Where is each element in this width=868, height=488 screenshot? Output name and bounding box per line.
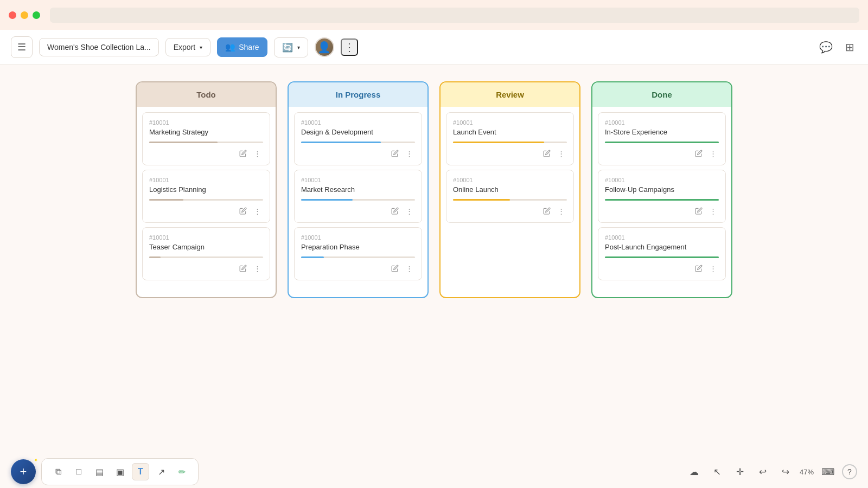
task-edit-button[interactable]	[237, 147, 249, 159]
redo-icon[interactable]: ↪	[777, 463, 794, 480]
text-tool-button[interactable]: T	[132, 463, 149, 480]
marker-tool-button[interactable]: ✏	[173, 463, 190, 480]
undo-icon[interactable]: ↩	[754, 463, 771, 480]
task-card[interactable]: #10001Launch Event⋮	[446, 112, 574, 165]
column-body-todo: #10001Marketing Strategy⋮#10001Logistics…	[137, 107, 276, 297]
task-more-button[interactable]: ⋮	[403, 205, 415, 217]
browser-url-bar[interactable]	[50, 8, 859, 23]
task-id: #10001	[453, 119, 567, 126]
task-progress-bar	[301, 199, 415, 201]
arrow-tool-button[interactable]: ↗	[152, 463, 170, 480]
avatar-photo: 👤	[317, 41, 331, 54]
task-edit-button[interactable]	[389, 205, 401, 217]
rectangle-tool-button[interactable]: □	[70, 463, 87, 480]
task-progress-fill	[453, 142, 544, 143]
task-edit-button[interactable]	[389, 147, 401, 159]
browser-dot-green[interactable]	[33, 11, 40, 19]
export-caret-icon: ▾	[200, 44, 202, 50]
menu-button[interactable]: ☰	[11, 36, 33, 58]
task-progress-fill	[605, 142, 719, 143]
task-name: Launch Event	[453, 128, 567, 136]
task-card[interactable]: #10001In-Store Experience⋮	[598, 112, 726, 165]
task-more-button[interactable]: ⋮	[707, 262, 719, 274]
task-card[interactable]: #10001Post-Launch Engagement⋮	[598, 227, 726, 280]
task-more-button[interactable]: ⋮	[555, 147, 567, 159]
task-progress-bar	[149, 142, 263, 143]
project-title[interactable]: Women's Shoe Collection La...	[39, 38, 159, 56]
task-id: #10001	[605, 234, 719, 241]
task-progress-fill	[605, 199, 719, 201]
browser-dot-yellow[interactable]	[21, 11, 28, 19]
export-button[interactable]: Export ▾	[165, 38, 210, 56]
column-body-in-progress: #10001Design & Development⋮#10001Market …	[289, 107, 427, 297]
task-card[interactable]: #10001Follow-Up Campaigns⋮	[598, 170, 726, 223]
move-icon[interactable]: ✛	[731, 463, 749, 480]
task-id: #10001	[149, 119, 263, 126]
task-edit-button[interactable]	[237, 262, 249, 274]
task-edit-button[interactable]	[693, 262, 705, 274]
task-id: #10001	[149, 234, 263, 241]
task-progress-fill	[149, 142, 218, 143]
share-button[interactable]: 👥 Share	[217, 37, 267, 57]
kanban-column-todo: Todo#10001Marketing Strategy⋮#10001Logis…	[136, 81, 277, 298]
task-actions: ⋮	[149, 262, 263, 274]
task-name: Online Launch	[453, 185, 567, 194]
avatar-image: 👤	[316, 38, 333, 56]
cloud-save-icon[interactable]: ☁	[686, 463, 703, 480]
chat-icon[interactable]: 💬	[818, 40, 833, 55]
task-progress-fill	[149, 256, 161, 258]
copy-tool-button[interactable]: ⧉	[49, 463, 67, 480]
help-icon[interactable]: ?	[842, 464, 857, 479]
task-progress-bar	[605, 256, 719, 258]
bottom-toolbar: + ⧉ □ ▤ ▣ T ↗ ✏ ☁ ↖ ✛ ↩ ↪ 47% ⌨ ?	[0, 455, 868, 488]
task-more-button[interactable]: ⋮	[251, 205, 263, 217]
sticky-tool-button[interactable]: ▣	[111, 463, 129, 480]
kanban-tool-button[interactable]: ▤	[91, 463, 108, 480]
task-card[interactable]: #10001Online Launch⋮	[446, 170, 574, 223]
keyboard-icon[interactable]: ⌨	[819, 463, 837, 480]
task-actions: ⋮	[301, 205, 415, 217]
task-actions: ⋮	[453, 205, 567, 217]
task-edit-button[interactable]	[389, 262, 401, 274]
task-edit-button[interactable]	[693, 147, 705, 159]
avatar-button[interactable]: 👤	[315, 37, 334, 57]
zoom-level: 47%	[800, 468, 814, 476]
column-body-review: #10001Launch Event⋮#10001Online Launch⋮	[441, 107, 579, 297]
task-edit-button[interactable]	[541, 147, 553, 159]
settings-panel-icon[interactable]: ⊞	[842, 40, 857, 55]
task-edit-button[interactable]	[693, 205, 705, 217]
task-progress-bar	[605, 199, 719, 201]
task-name: Logistics Planning	[149, 185, 263, 194]
collab-button[interactable]: 🔄 ▾	[274, 37, 308, 57]
task-card[interactable]: #10001Preparation Phase⋮	[294, 227, 422, 280]
task-progress-fill	[453, 199, 510, 201]
cursor-icon[interactable]: ↖	[709, 463, 726, 480]
collab-icon: 🔄	[282, 42, 293, 53]
task-more-button[interactable]: ⋮	[555, 205, 567, 217]
task-more-button[interactable]: ⋮	[707, 205, 719, 217]
more-icon: ⋮	[344, 41, 355, 54]
browser-dot-red[interactable]	[9, 11, 16, 19]
task-card[interactable]: #10001Marketing Strategy⋮	[142, 112, 270, 165]
task-more-button[interactable]: ⋮	[403, 147, 415, 159]
task-more-button[interactable]: ⋮	[251, 147, 263, 159]
task-edit-button[interactable]	[541, 205, 553, 217]
task-name: Marketing Strategy	[149, 128, 263, 136]
task-card[interactable]: #10001Design & Development⋮	[294, 112, 422, 165]
task-more-button[interactable]: ⋮	[251, 262, 263, 274]
column-header-in-progress: In Progress	[289, 82, 427, 107]
task-card[interactable]: #10001Market Research⋮	[294, 170, 422, 223]
more-options-button[interactable]: ⋮	[341, 38, 358, 56]
task-edit-button[interactable]	[237, 205, 249, 217]
task-more-button[interactable]: ⋮	[707, 147, 719, 159]
task-progress-bar	[453, 199, 567, 201]
task-actions: ⋮	[605, 262, 719, 274]
task-more-button[interactable]: ⋮	[403, 262, 415, 274]
task-card[interactable]: #10001Teaser Campaign⋮	[142, 227, 270, 280]
add-fab-button[interactable]: +	[11, 459, 36, 484]
task-progress-fill	[301, 142, 381, 143]
task-id: #10001	[149, 177, 263, 183]
task-card[interactable]: #10001Logistics Planning⋮	[142, 170, 270, 223]
task-progress-fill	[605, 256, 719, 258]
task-actions: ⋮	[605, 205, 719, 217]
